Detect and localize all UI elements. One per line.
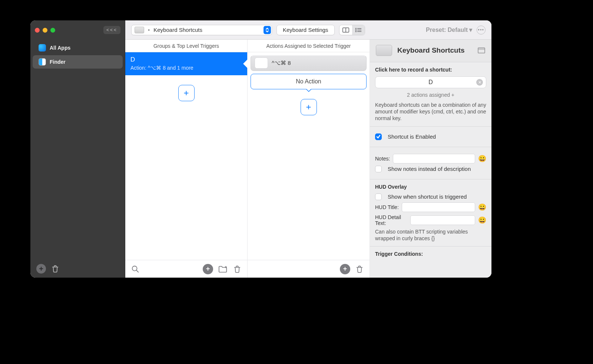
new-folder-button[interactable] xyxy=(218,265,228,273)
sidebar-item-finder[interactable]: Finder xyxy=(33,55,123,69)
selection-indicator xyxy=(243,59,248,68)
actions-column: Actions Assigned to Selected Trigger ^⌥⌘… xyxy=(248,40,370,278)
sidebar-item-label: Finder xyxy=(50,59,66,65)
emoji-picker-button[interactable]: 😀 xyxy=(478,155,486,163)
add-trigger-footer-button[interactable]: + xyxy=(203,264,213,274)
separator-dot: • xyxy=(148,27,150,33)
window-close-button[interactable] xyxy=(35,28,40,33)
groups-column-header: Groups & Top Level Triggers xyxy=(125,40,247,52)
window-icon xyxy=(477,47,486,54)
add-action-footer-button[interactable]: + xyxy=(340,264,350,274)
groups-column: Groups & Top Level Triggers D Action: ^⌥… xyxy=(125,40,248,278)
trigger-subtitle: Action: ^⌥⌘ 8 and 1 more xyxy=(130,65,242,71)
main-area: • Keyboard Shortcuts Keyboard Settings P… xyxy=(125,20,491,278)
detail-panel: Keyboard Shortcuts Click here to record … xyxy=(370,40,491,278)
hud-header: HUD Overlay xyxy=(375,184,486,190)
toolbar: • Keyboard Shortcuts Keyboard Settings P… xyxy=(125,20,491,40)
more-menu-button[interactable]: ••• xyxy=(477,26,486,34)
sidebar-item-label: All Apps xyxy=(50,45,70,51)
svg-point-3 xyxy=(355,31,356,32)
action-label: No Action xyxy=(296,78,321,85)
hud-title-label: HUD Title: xyxy=(375,204,399,210)
sidebar-footer: + xyxy=(30,260,125,278)
view-mode-segmented xyxy=(339,25,365,35)
hud-show-row[interactable]: Show when shortcut is triggered xyxy=(375,193,486,200)
back-button[interactable]: <<< xyxy=(103,26,120,34)
add-action-button[interactable]: + xyxy=(301,99,317,115)
hud-title-field[interactable] xyxy=(402,202,475,212)
hud-panel: HUD Overlay Show when shortcut is trigge… xyxy=(370,179,491,246)
delete-app-button[interactable] xyxy=(51,265,59,273)
svg-point-2 xyxy=(355,30,356,30)
record-label: Click here to record a shortcut: xyxy=(375,67,486,73)
delete-action-button[interactable] xyxy=(355,265,364,273)
preset-label-text: Preset: Default xyxy=(426,27,468,33)
sidebar-item-all-apps[interactable]: All Apps xyxy=(33,41,123,54)
trash-icon xyxy=(355,265,364,273)
conditions-panel: Trigger Conditions: xyxy=(370,246,491,261)
action-icon xyxy=(255,57,268,69)
notes-label: Notes: xyxy=(375,156,390,162)
body: Groups & Top Level Triggers D Action: ^⌥… xyxy=(125,40,491,278)
record-help-text: Keyboard shortcuts can be a combination … xyxy=(375,102,486,122)
enabled-label: Shortcut is Enabled xyxy=(388,133,436,140)
svg-point-1 xyxy=(355,28,356,29)
trigger-title: D xyxy=(130,56,242,63)
action-row-shortcut[interactable]: ^⌥⌘ 8 xyxy=(251,55,367,71)
window-zoom-button[interactable] xyxy=(50,28,55,33)
action-label: ^⌥⌘ 8 xyxy=(272,60,291,66)
keyboard-icon xyxy=(376,45,392,56)
keyboard-settings-button[interactable]: Keyboard Settings xyxy=(276,25,335,35)
search-button[interactable] xyxy=(131,265,139,273)
hud-show-label: Show when shortcut is triggered xyxy=(388,193,467,200)
popout-button[interactable] xyxy=(477,47,486,54)
titlebar: <<< xyxy=(30,20,125,40)
hud-show-checkbox[interactable] xyxy=(375,193,382,200)
hud-detail-field[interactable] xyxy=(410,215,475,225)
shortcut-record-field[interactable]: D ✕ xyxy=(375,76,486,88)
clear-shortcut-button[interactable]: ✕ xyxy=(476,79,483,86)
notes-field[interactable] xyxy=(393,154,475,163)
emoji-picker-button[interactable]: 😀 xyxy=(478,216,486,224)
preset-selector[interactable]: Preset: Default ▾ xyxy=(426,26,472,33)
conditions-header: Trigger Conditions: xyxy=(375,251,486,257)
enabled-row[interactable]: Shortcut is Enabled xyxy=(375,133,486,140)
detail-title: Keyboard Shortcuts xyxy=(397,46,465,54)
action-row-no-action[interactable]: No Action xyxy=(251,74,367,89)
chevron-updown-icon xyxy=(264,26,271,34)
record-value: D xyxy=(428,79,433,86)
trigger-row[interactable]: D Action: ^⌥⌘ 8 and 1 more xyxy=(125,52,247,75)
trigger-type-selector[interactable]: • Keyboard Shortcuts xyxy=(131,25,272,35)
enabled-checkbox[interactable] xyxy=(375,133,382,140)
keyboard-icon xyxy=(135,27,144,33)
selection-indicator xyxy=(306,89,312,92)
actions-column-header: Actions Assigned to Selected Trigger xyxy=(248,40,370,52)
delete-trigger-button[interactable] xyxy=(233,265,241,273)
chevron-down-icon: ▾ xyxy=(469,26,472,33)
app-window: <<< All Apps Finder + • Keyboard xyxy=(30,20,491,278)
notes-panel: Notes: 😀 Show notes instead of descripti… xyxy=(370,147,491,179)
trigger-type-label: Keyboard Shortcuts xyxy=(153,27,202,33)
detail-header: Keyboard Shortcuts xyxy=(370,40,491,62)
trash-icon xyxy=(233,265,241,273)
show-notes-row[interactable]: Show notes instead of description xyxy=(375,166,486,172)
columns-view-button[interactable] xyxy=(339,25,352,35)
list-icon xyxy=(355,27,362,33)
finder-icon xyxy=(39,58,46,66)
actions-footer: + xyxy=(248,260,370,278)
groups-footer: + xyxy=(125,260,247,278)
window-minimize-button[interactable] xyxy=(43,28,47,33)
sidebar: <<< All Apps Finder + xyxy=(30,20,125,278)
emoji-picker-button[interactable]: 😀 xyxy=(478,203,486,211)
add-trigger-button[interactable]: + xyxy=(178,85,195,101)
globe-icon xyxy=(39,44,46,52)
columns-icon xyxy=(342,27,349,33)
show-notes-checkbox[interactable] xyxy=(375,166,382,172)
assigned-count-label[interactable]: 2 actions assigned + xyxy=(375,92,486,98)
add-app-button[interactable]: + xyxy=(36,264,46,274)
sidebar-apps-list: All Apps Finder xyxy=(30,40,125,260)
record-panel: Click here to record a shortcut: D ✕ 2 a… xyxy=(370,62,491,127)
list-view-button[interactable] xyxy=(352,25,365,35)
folder-plus-icon xyxy=(218,265,228,273)
svg-rect-5 xyxy=(478,48,485,53)
